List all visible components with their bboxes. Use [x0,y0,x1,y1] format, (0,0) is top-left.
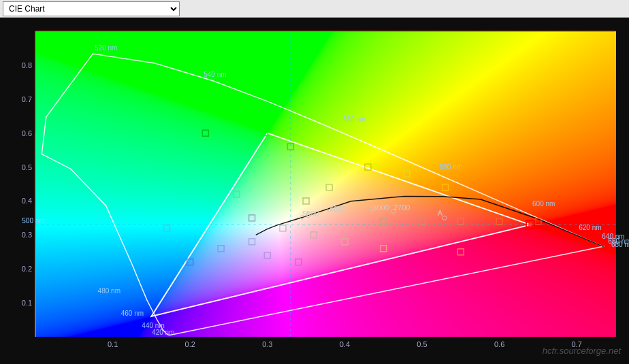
app: CIE Chart Luminance Saturation RGB Level… [0,0,629,364]
chart-area: hcfr.sourceforge.net [0,18,629,364]
chart-type-select[interactable]: CIE Chart Luminance Saturation RGB Level… [3,1,180,16]
cie-diagram [0,18,629,364]
toolbar: CIE Chart Luminance Saturation RGB Level… [0,0,629,18]
